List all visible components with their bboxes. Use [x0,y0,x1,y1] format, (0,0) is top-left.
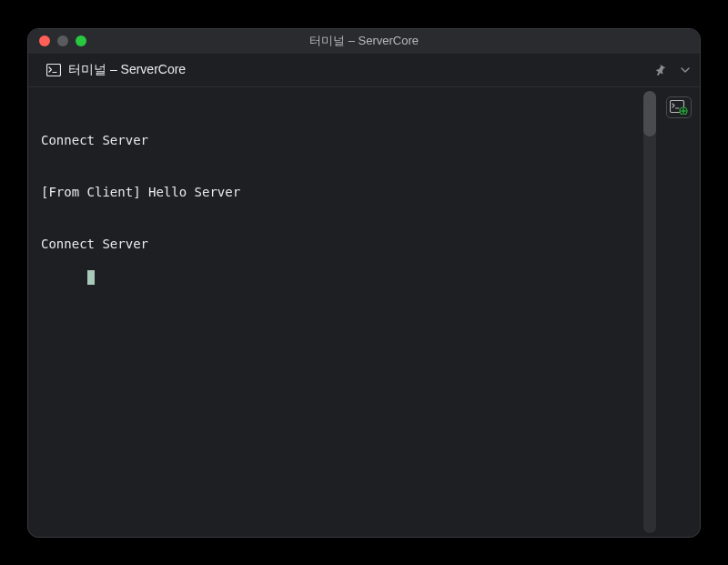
terminal-line: Connect Server [41,132,631,149]
tab-servercore[interactable]: 터미널 – ServerCore [37,56,195,84]
scrollbar-thumb[interactable] [643,91,656,136]
window-title: 터미널 – ServerCore [309,33,419,49]
terminal-icon [46,64,61,76]
terminal-line: Connect Server [41,236,631,253]
close-button[interactable] [39,35,50,46]
titlebar[interactable]: 터미널 – ServerCore [28,29,700,55]
new-terminal-button[interactable] [666,96,692,118]
tabbar-controls [654,64,691,76]
chevron-down-icon[interactable] [680,65,691,76]
tabbar: 터미널 – ServerCore [28,55,700,87]
svg-rect-0 [47,65,61,76]
terminal-window: 터미널 – ServerCore 터미널 – ServerCore [27,28,701,538]
maximize-button[interactable] [76,35,86,46]
minimize-button[interactable] [57,35,68,46]
scrollbar[interactable] [643,91,656,533]
new-terminal-icon [670,100,688,115]
traffic-lights [39,35,86,46]
terminal-line: [From Client] Hello Server [41,184,631,201]
pin-icon[interactable] [654,64,667,76]
content-area: Connect Server [From Client] Hello Serve… [28,87,700,537]
cursor [87,270,95,285]
right-gutter [658,87,700,537]
terminal-output[interactable]: Connect Server [From Client] Hello Serve… [28,87,643,537]
tab-label: 터미널 – ServerCore [68,62,186,78]
